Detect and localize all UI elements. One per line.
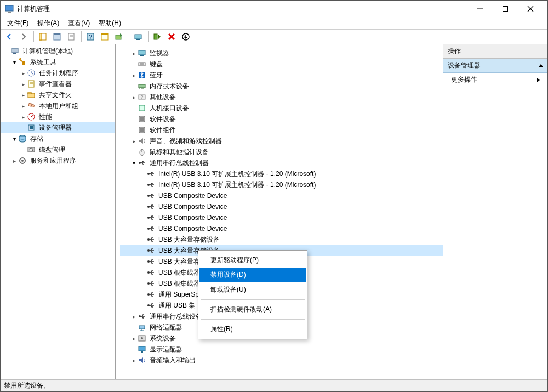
center-row[interactable]: 软件组件 xyxy=(120,124,443,135)
center-row[interactable]: Intel(R) USB 3.10 可扩展主机控制器 - 1.20 (Micro… xyxy=(120,179,443,190)
tree-expand-icon[interactable] xyxy=(130,50,138,56)
center-label: 系统设备 xyxy=(149,334,177,343)
svg-rect-16 xyxy=(101,33,108,35)
center-row[interactable]: 键盘 xyxy=(120,59,443,70)
usb-icon xyxy=(138,312,146,321)
center-row[interactable]: USB Composite Device xyxy=(120,212,443,223)
tree-expand-icon[interactable] xyxy=(10,136,18,142)
tree-expand-icon[interactable] xyxy=(130,138,138,144)
center-row[interactable]: 内存技术设备 xyxy=(120,81,443,92)
center-label: USB Composite Device xyxy=(157,225,228,232)
actions-section[interactable]: 设备管理器 xyxy=(443,59,547,73)
left-row[interactable]: 设备管理器 xyxy=(1,122,115,133)
export-button[interactable] xyxy=(65,30,78,43)
tree-expand-icon[interactable] xyxy=(130,72,138,78)
menu-file[interactable]: 文件(F) xyxy=(3,18,33,29)
context-menu-separator xyxy=(201,299,305,300)
tree-expand-icon[interactable] xyxy=(130,357,138,363)
left-row[interactable]: 磁盘管理 xyxy=(1,144,115,155)
forward-button[interactable] xyxy=(17,30,30,43)
center-row[interactable]: USB Composite Device xyxy=(120,190,443,201)
disable-device-button[interactable] xyxy=(179,30,192,43)
menu-view[interactable]: 查看(V) xyxy=(64,18,94,29)
tree-expand-icon[interactable] xyxy=(19,103,27,109)
show-hide-tree-button[interactable] xyxy=(36,30,49,43)
other-icon: ? xyxy=(138,93,146,101)
console-tree[interactable]: 计算机管理(本地)系统工具任务计划程序事件查看器共享文件夹本地用户和组性能设备管… xyxy=(1,44,115,167)
context-menu-item[interactable]: 扫描检测硬件改动(A) xyxy=(199,302,306,317)
left-row[interactable]: 性能 xyxy=(1,111,115,122)
menu-action[interactable]: 操作(A) xyxy=(33,18,64,29)
left-row[interactable]: 任务计划程序 xyxy=(1,67,115,78)
tree-expand-icon[interactable] xyxy=(10,59,18,65)
maximize-button[interactable] xyxy=(493,1,518,17)
tree-expand-icon[interactable] xyxy=(130,94,138,100)
center-row[interactable]: USB Composite Device xyxy=(120,223,443,234)
left-row[interactable]: 事件查看器 xyxy=(1,78,115,89)
svg-point-40 xyxy=(19,140,26,142)
svg-rect-20 xyxy=(154,34,157,39)
tree-expand-icon[interactable] xyxy=(10,158,18,164)
more-actions-item[interactable]: 更多操作 xyxy=(443,73,547,87)
tree-expand-icon[interactable] xyxy=(130,336,138,342)
enable-device-button[interactable] xyxy=(151,30,164,43)
left-row[interactable]: 存储 xyxy=(1,133,115,144)
center-label: 网络适配器 xyxy=(149,323,184,332)
center-row[interactable]: 显示适配器 xyxy=(120,344,443,355)
left-row[interactable]: 计算机管理(本地) xyxy=(1,46,115,56)
center-row[interactable]: 人机接口设备 xyxy=(120,103,443,113)
left-label: 任务计划程序 xyxy=(38,69,79,78)
tree-expand-icon[interactable] xyxy=(130,314,138,320)
center-row[interactable]: 蓝牙 xyxy=(120,70,443,81)
tree-expand-icon[interactable] xyxy=(19,114,27,120)
svg-rect-26 xyxy=(22,61,25,65)
properties-button[interactable] xyxy=(50,30,64,43)
update-driver-button[interactable] xyxy=(112,30,125,43)
context-menu-item[interactable]: 卸载设备(U) xyxy=(199,282,306,297)
keyboard-icon xyxy=(138,60,146,69)
center-label: Intel(R) USB 3.10 可扩展主机控制器 - 1.20 (Micro… xyxy=(157,169,317,179)
svg-rect-7 xyxy=(39,33,42,40)
display-icon xyxy=(138,345,146,354)
show-hidden-button[interactable] xyxy=(98,30,111,43)
center-row[interactable]: 监视器 xyxy=(120,48,443,59)
left-label: 系统工具 xyxy=(29,58,58,67)
left-row[interactable]: 共享文件夹 xyxy=(1,89,115,100)
minimize-button[interactable] xyxy=(467,1,493,17)
left-row[interactable]: 服务和应用程序 xyxy=(1,155,115,166)
center-row[interactable]: 声音、视频和游戏控制器 xyxy=(120,135,443,146)
tools-icon xyxy=(18,58,27,66)
help-button[interactable]: ? xyxy=(84,30,97,43)
context-menu-item[interactable]: 更新驱动程序(P) xyxy=(199,253,306,268)
client-area: 计算机管理(本地)系统工具任务计划程序事件查看器共享文件夹本地用户和组性能设备管… xyxy=(1,44,547,379)
left-row[interactable]: 系统工具 xyxy=(1,56,115,67)
context-menu: 更新驱动程序(P)禁用设备(D)卸载设备(U)扫描检测硬件改动(A)属性(R) xyxy=(198,250,307,339)
menu-help[interactable]: 帮助(H) xyxy=(94,18,125,29)
center-label: 人机接口设备 xyxy=(149,104,190,113)
tree-expand-icon[interactable] xyxy=(19,92,27,98)
tree-expand-icon[interactable] xyxy=(130,160,138,166)
tree-expand-icon[interactable] xyxy=(19,70,27,76)
center-row[interactable]: USB Composite Device xyxy=(120,201,443,212)
center-label: 音频输入和输出 xyxy=(149,356,197,365)
close-button[interactable] xyxy=(518,1,543,17)
svg-rect-47 xyxy=(139,63,145,66)
left-row[interactable]: 本地用户和组 xyxy=(1,100,115,111)
center-row[interactable]: USB 大容量存储设备 xyxy=(120,234,443,245)
center-row[interactable]: 音频输入和输出 xyxy=(120,355,443,366)
center-row[interactable]: 鼠标和其他指针设备 xyxy=(120,146,443,157)
disk-icon xyxy=(27,145,36,154)
statusbar: 禁用所选设备。 xyxy=(1,379,547,391)
center-row[interactable]: 软件设备 xyxy=(120,113,443,124)
tree-expand-icon[interactable] xyxy=(19,81,27,87)
center-label: 监视器 xyxy=(149,49,170,58)
back-button[interactable] xyxy=(3,30,16,43)
center-row[interactable]: Intel(R) USB 3.10 可扩展主机控制器 - 1.20 (Micro… xyxy=(120,168,443,179)
uninstall-device-button[interactable] xyxy=(165,30,178,43)
context-menu-item[interactable]: 禁用设备(D) xyxy=(199,268,306,282)
context-menu-item[interactable]: 属性(R) xyxy=(199,322,306,337)
usb-icon xyxy=(146,224,155,233)
center-row[interactable]: ?其他设备 xyxy=(120,92,443,103)
center-row[interactable]: 通用串行总线控制器 xyxy=(120,157,443,168)
scan-hardware-button[interactable] xyxy=(132,30,145,43)
